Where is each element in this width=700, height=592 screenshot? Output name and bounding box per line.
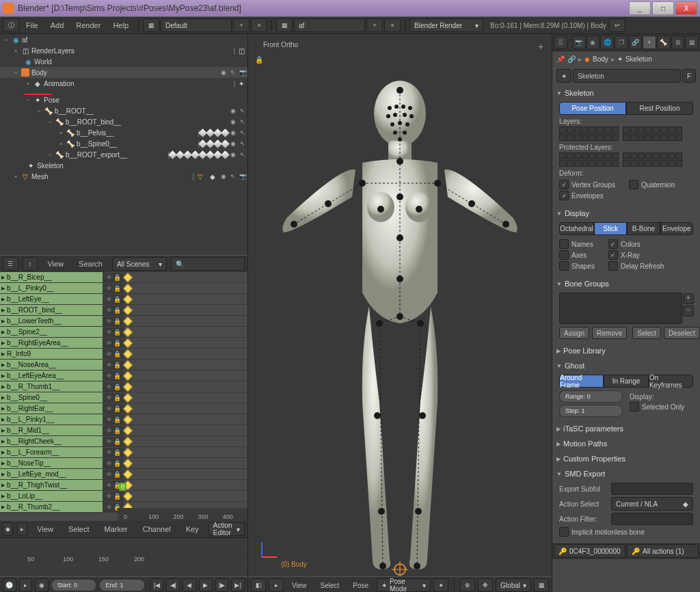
maximize-button[interactable]: □ xyxy=(652,1,674,15)
deselect-button[interactable]: Deselect xyxy=(664,327,700,339)
bone-pelvis[interactable]: b__Pelvis__ xyxy=(77,129,198,137)
scene-add-icon[interactable]: + xyxy=(366,18,383,32)
channel-track[interactable] xyxy=(124,327,247,338)
channel-toggles[interactable]: 👁🔒 xyxy=(103,459,124,469)
tab-physics-icon[interactable]: ⊞ xyxy=(671,36,685,49)
channel-track[interactable] xyxy=(124,425,247,436)
editor-type-icon[interactable]: ◧ xyxy=(251,578,266,592)
keyframe[interactable] xyxy=(123,327,133,337)
tab-object-icon[interactable]: ❐ xyxy=(615,36,628,49)
world-item[interactable]: World xyxy=(34,58,247,66)
channel-toggles[interactable]: 👁🔒 xyxy=(103,327,124,338)
keyframe[interactable] xyxy=(123,273,133,282)
quaternion-check[interactable] xyxy=(629,180,638,189)
channel-track[interactable] xyxy=(124,447,247,458)
play-reverse-icon[interactable]: ◀ xyxy=(183,578,196,592)
axes-check[interactable] xyxy=(559,250,569,260)
render-icon[interactable]: 📷 xyxy=(238,69,247,76)
channel-name[interactable]: ▶b__R_Thumb2__ xyxy=(0,502,103,513)
channel-track[interactable] xyxy=(124,414,247,425)
channel-row[interactable]: ▶b__Spine0__👁🔒 xyxy=(0,392,247,403)
channel-toggles[interactable]: 👁🔒 xyxy=(103,448,124,458)
manipulator-icon[interactable]: ✥ xyxy=(478,578,493,592)
keyframe[interactable] xyxy=(123,459,133,468)
channel-name[interactable]: ▶b__LeftEyeArea__ xyxy=(0,371,103,381)
rest-position-button[interactable]: Rest Position xyxy=(626,102,693,115)
channel-toggles[interactable]: 👁🔒 xyxy=(103,284,124,294)
view-menu[interactable]: View xyxy=(286,580,312,591)
channel-row[interactable]: ▶b__RightCheek__👁🔒 xyxy=(0,436,247,447)
select-button[interactable]: Select xyxy=(632,327,661,339)
channel-track[interactable] xyxy=(124,458,247,469)
channel-name[interactable]: ▶b__RightCheek__ xyxy=(0,436,103,447)
channel-name[interactable]: ▶b__RightEar__ xyxy=(0,403,103,414)
sort-icon[interactable]: ↕ xyxy=(23,257,38,271)
panel-custom-header[interactable]: ▶Custom Properties xyxy=(554,453,699,465)
channel-track[interactable] xyxy=(124,436,247,447)
channel-track[interactable] xyxy=(124,392,247,403)
tab-bone-icon[interactable]: 🦴 xyxy=(657,36,671,49)
channel-toggles[interactable]: 👁🔒 xyxy=(103,415,124,425)
shapes-check[interactable] xyxy=(559,261,569,271)
channel-toggles[interactable]: 👁🔒 xyxy=(103,437,124,447)
breadcrumb-body[interactable]: Body xyxy=(593,55,608,63)
channel-track[interactable] xyxy=(124,360,247,371)
channel-toggles[interactable]: 👁🔒 xyxy=(103,393,124,403)
bone-root-export[interactable]: b__ROOT_export__ xyxy=(66,151,167,159)
jump-end-icon[interactable]: ▶| xyxy=(231,578,245,592)
keyframe-next-icon[interactable]: |▶ xyxy=(215,578,229,592)
channel-toggles[interactable]: 👁🔒 xyxy=(103,382,124,392)
expand-icon[interactable]: ▸ xyxy=(19,578,33,592)
vertex-groups-check[interactable] xyxy=(559,180,569,189)
implicit-motionless-check[interactable] xyxy=(559,527,569,537)
channel-toggles[interactable]: 👁🔒 xyxy=(103,349,124,360)
bbone-button[interactable]: B-Bone xyxy=(627,222,660,235)
channel-name[interactable]: ▶b__NoseTip__ xyxy=(0,458,103,469)
envelopes-check[interactable] xyxy=(559,191,569,200)
editor-type-icon[interactable]: ◆ xyxy=(3,522,13,536)
channel-toggles[interactable]: 👁🔒 xyxy=(103,295,124,305)
keyframe[interactable] xyxy=(123,448,133,457)
layout-dropdown[interactable]: Default xyxy=(161,18,232,32)
visibility-icon[interactable]: ◉ xyxy=(219,69,228,76)
back-to-previous-icon[interactable]: ↩ xyxy=(609,18,625,32)
mesh-item[interactable]: Mesh xyxy=(31,173,192,180)
channel-row[interactable]: ▶b__L_Pinky0__👁🔒 xyxy=(0,283,247,294)
editor-type-icon[interactable]: ⓘ xyxy=(3,18,19,32)
channel-name[interactable]: ▶b__LowerTeeth__ xyxy=(0,316,103,327)
channel-track[interactable] xyxy=(124,316,247,327)
pose-menu[interactable]: Pose xyxy=(347,580,374,591)
channel-toggles[interactable]: 👁🔒 xyxy=(103,426,124,436)
datablock-icon[interactable]: ✦ xyxy=(556,69,571,83)
channel-toggles[interactable]: 👁🔒 xyxy=(103,371,124,381)
bone-root[interactable]: b__ROOT__ xyxy=(55,107,228,115)
tab-armature-icon[interactable]: ✦ xyxy=(643,36,656,49)
channel-row[interactable]: ▶b__RightEyeArea__👁🔒 xyxy=(0,338,247,349)
channel-name[interactable]: ▶b__LoLip__ xyxy=(0,491,103,502)
body-item[interactable]: Body xyxy=(31,69,219,77)
channel-row[interactable]: ▶b__NoseTip__👁🔒 xyxy=(0,458,247,469)
delay-check[interactable] xyxy=(608,261,618,271)
channel-track[interactable] xyxy=(124,349,247,360)
expand-icon[interactable]: ▸ xyxy=(17,522,27,536)
keyframe[interactable] xyxy=(123,492,133,501)
outliner-view-menu[interactable]: View xyxy=(42,258,69,269)
current-frame-marker[interactable]: 0 xyxy=(119,483,126,491)
armature-layers[interactable] xyxy=(559,126,693,141)
scene-dropdown[interactable]: af xyxy=(294,18,365,32)
keyframe[interactable] xyxy=(123,470,133,479)
view-menu[interactable]: View xyxy=(31,524,59,535)
channel-row[interactable]: ▶R_Info9👁🔒 xyxy=(0,349,247,360)
footer-hash-field[interactable]: 🔑0C4F3_0000000 xyxy=(554,544,625,558)
pivot-icon[interactable]: ⊕ xyxy=(460,578,475,592)
envelope-button[interactable]: Envelope xyxy=(660,222,693,235)
jump-start-icon[interactable]: |◀ xyxy=(150,578,164,592)
channel-row[interactable]: ▶b__LeftEye__👁🔒 xyxy=(0,294,247,305)
xray-check[interactable] xyxy=(608,250,618,260)
channel-name[interactable]: ▶b__ROOT_bind__ xyxy=(0,305,103,316)
channel-track[interactable] xyxy=(124,469,247,480)
scene-item[interactable]: af xyxy=(22,36,247,44)
channel-track[interactable] xyxy=(124,491,247,502)
panel-motion-header[interactable]: ▶Motion Paths xyxy=(554,438,699,450)
channel-toggles[interactable]: 👁🔒 xyxy=(103,404,124,414)
